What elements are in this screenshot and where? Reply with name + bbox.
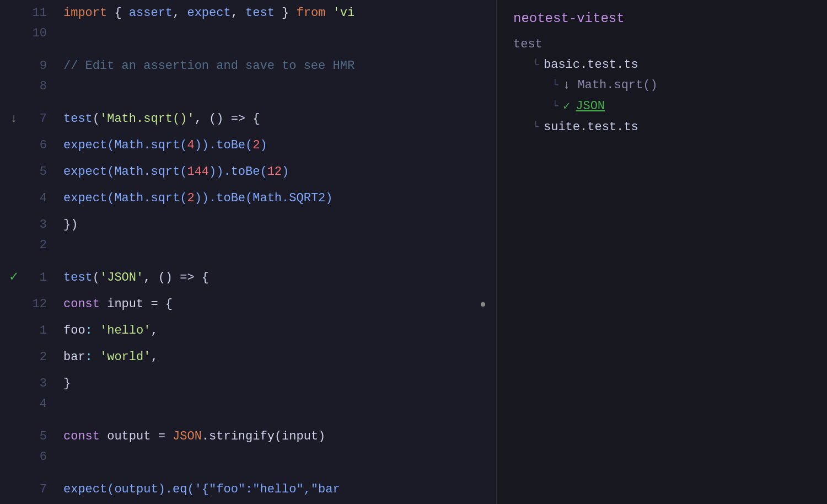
- tree-branch-icon: └: [552, 79, 559, 92]
- line-content: const output = JSON.stringify(input): [63, 423, 325, 450]
- line-number: 4: [25, 397, 52, 411]
- code-line: 2: [0, 238, 496, 265]
- line-number: 4: [25, 191, 52, 205]
- code-line: ↓7test('Math.sqrt()', () => {: [0, 106, 496, 132]
- code-token: expect(output).eq('{"foo":"hello","bar: [63, 482, 340, 496]
- code-token: output: [107, 430, 151, 443]
- line-content: foo: 'hello',: [63, 318, 158, 344]
- code-line: 9// Edit an assertion and save to see HM…: [0, 53, 496, 79]
- code-token: )).toBe(: [195, 138, 253, 152]
- code-token: :: [85, 350, 100, 364]
- code-line: ✓1test('JSON', () => {: [0, 265, 496, 291]
- tree-label: basic.test.ts: [544, 58, 638, 72]
- line-number: 2: [25, 238, 52, 252]
- line-number: 6: [25, 138, 52, 152]
- code-token: test: [63, 112, 93, 126]
- line-content: expect(Math.sqrt(4)).toBe(2): [63, 132, 267, 159]
- line-number: 1: [25, 271, 52, 285]
- code-token: 144: [187, 165, 209, 179]
- code-token: ): [260, 138, 267, 152]
- line-number: 5: [25, 165, 52, 179]
- line-number: 8: [25, 79, 52, 93]
- code-token: :: [85, 324, 100, 337]
- code-token: , () => {: [143, 271, 209, 285]
- code-token: , () => {: [195, 112, 260, 126]
- code-token: ,: [231, 6, 245, 20]
- line-content: bar: 'world',: [63, 344, 158, 371]
- tree-item[interactable]: └↓ Math.sqrt(): [513, 75, 810, 95]
- code-token: ): [282, 165, 289, 179]
- code-line: 8: [0, 79, 496, 106]
- line-number: 9: [25, 59, 52, 73]
- line-indicator: ✓: [6, 267, 22, 285]
- line-number: 10: [25, 26, 52, 40]
- code-token: assert: [129, 6, 173, 20]
- code-line: 1 foo: 'hello',: [0, 318, 496, 344]
- code-line: 4 expect(Math.sqrt(2)).toBe(Math.SQRT2): [0, 185, 496, 212]
- code-line: 5 const output = JSON.stringify(input): [0, 423, 496, 450]
- tree-item[interactable]: └✓ JSON: [513, 95, 810, 117]
- code-token: =: [151, 430, 173, 443]
- code-token: expect: [187, 6, 230, 20]
- code-token: )).toBe(Math.SQRT2): [195, 191, 333, 205]
- code-token: ,: [151, 350, 158, 364]
- code-line: 7 expect(output).eq('{"foo":"hello","bar: [0, 476, 496, 503]
- sidebar-title: neotest-vitest: [513, 11, 810, 26]
- code-token: 'hello': [100, 324, 151, 337]
- code-token: )).toBe(: [209, 165, 267, 179]
- code-token: = {: [143, 297, 173, 311]
- sidebar-pane: neotest-vitest test└basic.test.ts└↓ Math…: [496, 0, 827, 504]
- code-token: const: [63, 297, 107, 311]
- code-token: (: [93, 112, 100, 126]
- code-line: 6 expect(Math.sqrt(4)).toBe(2): [0, 132, 496, 159]
- code-token: {: [107, 6, 129, 20]
- line-content: // Edit an assertion and save to see HMR: [63, 53, 355, 79]
- tree-item[interactable]: test: [513, 34, 810, 55]
- code-token: 2: [187, 191, 194, 205]
- code-token: 'vi: [325, 6, 355, 20]
- code-token: }: [63, 377, 71, 390]
- code-token: const: [63, 430, 107, 443]
- code-token: test: [63, 271, 93, 285]
- tree-item[interactable]: └basic.test.ts: [513, 55, 810, 75]
- line-content: }): [63, 212, 78, 238]
- line-number: 6: [25, 450, 52, 464]
- line-number: 1: [25, 324, 52, 337]
- sidebar-tree: test└basic.test.ts└↓ Math.sqrt()└✓ JSON└…: [513, 34, 810, 137]
- tree-label: JSON: [576, 99, 605, 113]
- tree-label: suite.test.ts: [544, 120, 638, 134]
- line-indicator: ↓: [6, 112, 22, 126]
- code-token: .stringify(input): [202, 430, 325, 443]
- code-line: 12 const input = {: [0, 291, 496, 318]
- line-content: const input = {: [63, 291, 173, 318]
- code-token: ,: [151, 324, 158, 337]
- line-number: 11: [25, 6, 52, 20]
- line-number: 7: [25, 482, 52, 496]
- code-token: 12: [267, 165, 282, 179]
- tree-branch-icon: └: [533, 58, 539, 71]
- tree-branch-icon: └: [533, 121, 539, 133]
- line-content: test('JSON', () => {: [63, 265, 209, 291]
- code-line: 5 expect(Math.sqrt(144)).toBe(12): [0, 159, 496, 185]
- tree-check-icon: ✓: [563, 99, 570, 114]
- code-token: import: [63, 6, 107, 20]
- line-content: expect(Math.sqrt(144)).toBe(12): [63, 159, 289, 185]
- code-line: 10: [0, 26, 496, 53]
- code-line: 6: [0, 450, 496, 476]
- line-number: 3: [25, 218, 52, 232]
- code-token: test: [245, 6, 275, 20]
- line-number: 12: [25, 297, 52, 311]
- line-number: 5: [25, 430, 52, 443]
- editor-pane: 11import { assert, expect, test } from '…: [0, 0, 496, 504]
- code-line: 4: [0, 397, 496, 423]
- code-token: JSON: [173, 430, 202, 443]
- tree-item[interactable]: └suite.test.ts: [513, 117, 810, 137]
- code-token: 'JSON': [100, 271, 143, 285]
- code-token: from: [297, 6, 326, 20]
- code-token: 4: [187, 138, 194, 152]
- line-content: import { assert, expect, test } from 'vi: [63, 0, 355, 26]
- line-content: test('Math.sqrt()', () => {: [63, 106, 260, 132]
- code-token: ,: [173, 6, 187, 20]
- code-line: 3}): [0, 212, 496, 238]
- code-token: expect(Math.sqrt(: [63, 138, 187, 152]
